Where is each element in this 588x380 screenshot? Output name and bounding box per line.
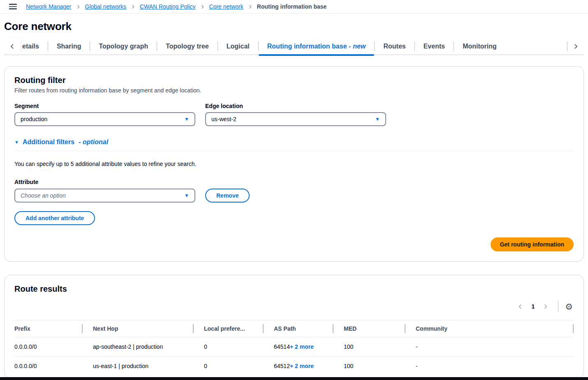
chevron-right-icon [200, 5, 205, 9]
attribute-select[interactable]: Choose an option ▼ [14, 189, 195, 203]
additional-filters-expander[interactable]: ▼ Additional filters - optional [14, 138, 574, 146]
breadcrumb-link-core-network[interactable]: Core network [209, 3, 243, 10]
attribute-field: Choose an option ▼ [14, 189, 195, 203]
edge-location-field: Edge location us-west-2 ▼ [205, 103, 386, 126]
toolbar-divider [558, 301, 558, 312]
tabs-scroll-left-icon[interactable] [4, 38, 21, 55]
page-title: Core network [4, 20, 584, 33]
edge-location-label: Edge location [205, 103, 386, 109]
cell-local-preference: 0 [194, 337, 264, 356]
cell-med: 100 [333, 337, 405, 356]
segment-label: Segment [14, 103, 195, 109]
routing-filter-card: Routing filter Filter routes from routin… [4, 66, 584, 262]
table-row: 0.0.0.0/0 ap-southeast-2 | production 0 … [14, 337, 574, 357]
get-routing-information-button[interactable]: Get routing information [491, 237, 574, 251]
route-results-card: Route results 1 ⚙ Prefix Next Hop Local … [4, 275, 584, 378]
remove-attribute-button[interactable]: Remove [205, 189, 250, 203]
results-toolbar: 1 ⚙ [5, 299, 583, 313]
expander-divider [14, 151, 574, 151]
additional-filters-label: Additional filters [23, 138, 74, 146]
tab-details[interactable]: etails [21, 38, 48, 55]
column-header-as-path[interactable]: AS Path [264, 320, 333, 337]
tab-routes[interactable]: Routes [375, 38, 414, 55]
breadcrumb-link-cwan-routing-policy[interactable]: CWAN Routing Policy [140, 3, 196, 10]
breadcrumb-current: Routing information base [257, 3, 327, 10]
table-header-row: Prefix Next Hop Local prefere... AS Path… [14, 320, 574, 337]
tab-events[interactable]: Events [415, 38, 454, 55]
menu-icon[interactable] [9, 4, 17, 9]
cell-prefix: 0.0.0.0/0 [14, 357, 83, 375]
additional-filters-note: You can specify up to 5 additional attri… [14, 161, 574, 167]
cell-as-path: 64514+ 2 more [264, 337, 333, 356]
column-header-local-preference[interactable]: Local prefere... [194, 320, 264, 337]
routing-filter-description: Filter routes from routing information b… [14, 87, 574, 94]
add-another-attribute-button[interactable]: Add another attribute [14, 211, 95, 225]
tab-topology-tree[interactable]: Topology tree [157, 38, 218, 55]
breadcrumb: Network Manager Global networks CWAN Rou… [26, 3, 326, 10]
route-results-table: Prefix Next Hop Local prefere... AS Path… [5, 320, 583, 375]
breadcrumb-bar: Network Manager Global networks CWAN Rou… [0, 0, 588, 14]
tab-topology-graph[interactable]: Topology graph [90, 38, 157, 55]
routing-filter-title: Routing filter [14, 76, 574, 85]
cell-as-path: 64512+ 2 more [264, 357, 333, 375]
breadcrumb-link-network-manager[interactable]: Network Manager [26, 3, 72, 10]
next-page-icon[interactable] [539, 302, 551, 311]
settings-gear-icon[interactable]: ⚙ [563, 302, 574, 312]
chevron-right-icon [131, 5, 135, 9]
chevron-down-icon: ▼ [184, 193, 189, 198]
tab-strip: etails Sharing Topology graph Topology t… [4, 38, 584, 55]
chevron-down-icon: ▼ [375, 117, 380, 122]
table-row: 0.0.0.0/0 us-east-1 | production 0 64512… [14, 357, 574, 375]
segment-value: production [21, 116, 47, 122]
tab-sharing[interactable]: Sharing [48, 38, 90, 55]
caret-down-icon: ▼ [14, 140, 19, 145]
column-header-prefix[interactable]: Prefix [14, 320, 83, 337]
cell-community: - [405, 337, 574, 356]
segment-select[interactable]: production ▼ [14, 112, 195, 126]
additional-filters-optional: - optional [79, 138, 108, 146]
as-path-more-link[interactable]: + 2 more [290, 363, 314, 369]
page-number[interactable]: 1 [529, 303, 537, 310]
tab-logical[interactable]: Logical [218, 38, 258, 55]
chevron-right-icon [248, 5, 252, 9]
column-header-next-hop[interactable]: Next Hop [83, 320, 194, 337]
column-header-med[interactable]: MED [333, 320, 405, 337]
cell-prefix: 0.0.0.0/0 [14, 337, 83, 356]
tab-monitoring[interactable]: Monitoring [454, 38, 505, 55]
chevron-right-icon [76, 5, 81, 9]
cell-med: 100 [333, 357, 405, 375]
column-header-community[interactable]: Community [405, 320, 574, 337]
as-path-more-link[interactable]: + 2 more [290, 343, 314, 350]
breadcrumb-link-global-networks[interactable]: Global networks [85, 3, 126, 10]
chevron-down-icon: ▼ [184, 117, 189, 122]
attribute-label: Attribute [14, 179, 574, 185]
pagination: 1 [514, 302, 551, 311]
tabs-scroll-right-icon[interactable] [567, 38, 584, 55]
cell-community: - [405, 357, 574, 375]
tab-routing-information-base[interactable]: Routing information base - new [259, 38, 375, 55]
cell-next-hop: us-east-1 | production [83, 357, 194, 375]
previous-page-icon[interactable] [514, 302, 526, 311]
edge-location-select[interactable]: us-west-2 ▼ [205, 112, 386, 126]
attribute-placeholder: Choose an option [21, 192, 66, 199]
cell-next-hop: ap-southeast-2 | production [83, 337, 194, 356]
route-results-title: Route results [14, 284, 574, 294]
segment-field: Segment production ▼ [14, 103, 195, 126]
cell-local-preference: 0 [194, 357, 264, 375]
edge-location-value: us-west-2 [211, 116, 236, 122]
window-bottom-bar [0, 377, 588, 380]
